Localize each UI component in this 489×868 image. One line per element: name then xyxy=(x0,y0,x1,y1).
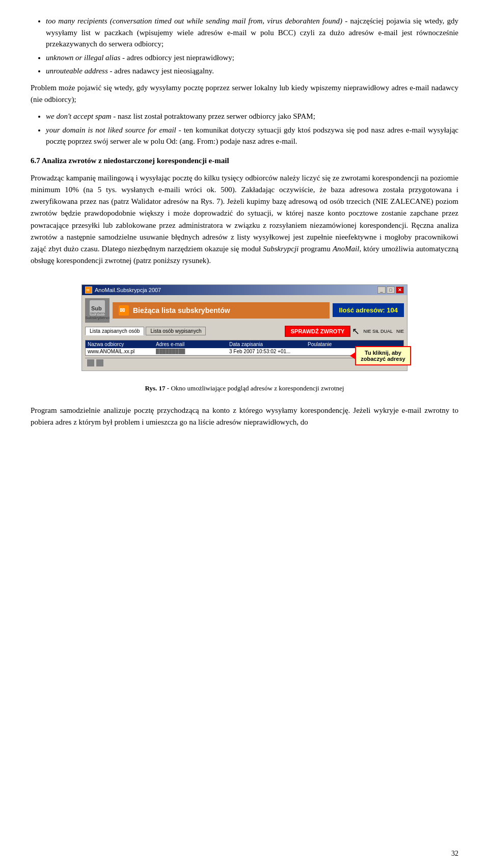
bullet-italic-2: unknown or illegal alias xyxy=(46,54,120,62)
cell-nazwa: www.ANOMAIL.xx.pl xyxy=(88,349,154,354)
titlebar-controls[interactable]: _ □ ✕ xyxy=(377,286,404,294)
banner-text: Bieżąca lista subskrybentów xyxy=(133,306,230,314)
cell-email: █████████ xyxy=(156,349,227,354)
icon-label-1: NIE SIŁ DUAL xyxy=(363,329,393,334)
bullet-text-4: - nasz list został potraktowany przez se… xyxy=(113,112,315,120)
bullet-list-2: we don't accept spam - nasz list został … xyxy=(46,111,458,147)
tab-wypisanych[interactable]: Lista osób wypisanych xyxy=(146,327,206,335)
bullet-italic-3: unrouteable address xyxy=(46,67,108,75)
sprawdz-button[interactable]: SPRAWDŹ ZWROTY xyxy=(285,326,351,337)
figure-logo: Sub skrybenci Subskrybenci xyxy=(85,298,110,323)
bullet-italic-5: your domain is not liked source for emai… xyxy=(46,126,176,134)
app-icon: ✉ xyxy=(85,286,92,294)
bullet-text-2: - adres odbiorcy jest nieprawidłowy; xyxy=(122,54,234,62)
figure-window: ✉ AnoMail.Subskrypcja 2007 _ □ ✕ xyxy=(82,284,408,371)
bullet-text-3: - adres nadawcy jest nieosiągalny. xyxy=(110,67,214,75)
figure-tabs-row[interactable]: Lista zapisanych osób Lista osób wypisan… xyxy=(85,325,404,338)
icon-label-2: NIE xyxy=(396,329,404,334)
callout-bubble: Tu kliknij, aby zobaczyć adresy xyxy=(355,346,411,365)
cell-data: 3 Feb 2007 10:53:02 +01... xyxy=(229,349,306,354)
col-header-3: Data zapisania xyxy=(229,341,306,347)
svg-text:✉: ✉ xyxy=(120,307,125,314)
section-heading: 6.7 Analiza zwrotów z niedostarczonej ko… xyxy=(31,156,458,165)
svg-text:✉: ✉ xyxy=(86,288,90,293)
col-header-4: Poulatanie xyxy=(308,341,359,347)
italic-subskrypcji: Subskrypcji xyxy=(263,245,298,253)
bullet-italic-4: we don't accept spam xyxy=(46,112,112,120)
figure-count: Ilość adresów: 104 xyxy=(333,303,404,317)
list-item: unknown or illegal alias - adres odbiorc… xyxy=(46,52,458,64)
content-area: too many recipients (conversation timed … xyxy=(31,15,458,428)
bullet-italic-1: too many recipients (conversation timed … xyxy=(46,17,342,25)
bullet-list-1: too many recipients (conversation timed … xyxy=(46,15,458,77)
figure-title-banner: ✉ Bieżąca lista subskrybentów xyxy=(113,302,330,319)
titlebar-text: AnoMail.Subskrypcja 2007 xyxy=(95,287,161,293)
page-number: 32 xyxy=(451,850,458,858)
cursor-icon: ↖ xyxy=(352,326,360,337)
svg-text:skrybenci: skrybenci xyxy=(90,311,105,315)
fig-caption-bold: Rys. 17 xyxy=(145,384,166,392)
italic-anomail: AnoMail xyxy=(333,245,360,253)
last-paragraph: Program samodzielnie analizuje pocztę pr… xyxy=(31,405,458,429)
figure-titlebar: ✉ AnoMail.Subskrypcja 2007 _ □ ✕ xyxy=(82,285,407,295)
close-button[interactable]: ✕ xyxy=(396,286,404,294)
inter-bullet-paragraph: Problem może pojawić się wtedy, gdy wysy… xyxy=(31,82,458,106)
list-item: we don't accept spam - nasz list został … xyxy=(46,111,458,122)
tab-zapisanych[interactable]: Lista zapisanych osób xyxy=(85,327,144,335)
strip-icon-1 xyxy=(87,359,94,366)
col-header-2: Adres e-mail xyxy=(156,341,227,347)
figure-header-row: Sub skrybenci Subskrybenci ✉ Bieżąca lis… xyxy=(85,298,404,323)
list-item: your domain is not liked source for emai… xyxy=(46,124,458,147)
strip-icon-2 xyxy=(96,359,103,366)
fig-caption-text: - Okno umożliwiające podgląd adresów z k… xyxy=(166,384,344,392)
list-item: too many recipients (conversation timed … xyxy=(46,15,458,50)
titlebar-left: ✉ AnoMail.Subskrypcja 2007 xyxy=(85,286,161,294)
figure-caption: Rys. 17 - Okno umożliwiające podgląd adr… xyxy=(145,384,344,392)
col-header-1: Nazwa odbiorcy xyxy=(88,341,154,347)
list-item: unrouteable address - adres nadawcy jest… xyxy=(46,65,458,77)
main-paragraph-1: Prowadząc kampanię mailingową i wysyłają… xyxy=(31,172,458,267)
minimize-button[interactable]: _ xyxy=(377,286,386,294)
logo-label: Subskrybenci xyxy=(85,315,110,320)
maximize-button[interactable]: □ xyxy=(387,286,395,294)
